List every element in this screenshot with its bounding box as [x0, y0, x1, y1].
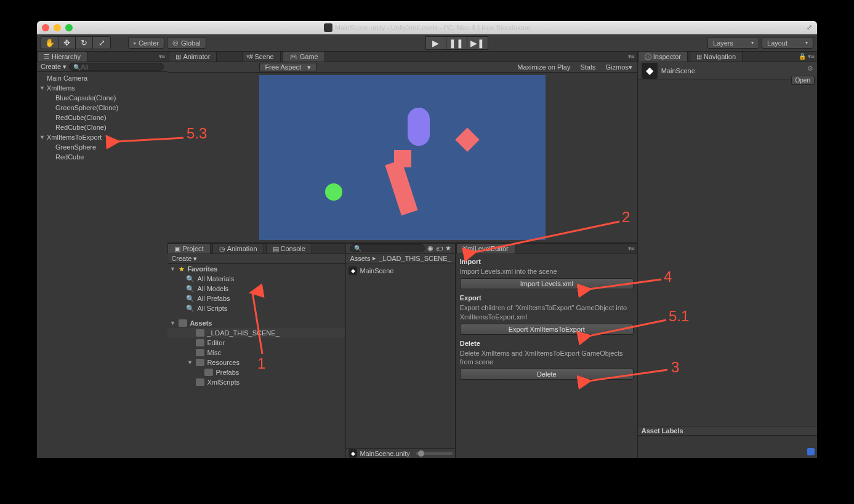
- game-view-toolbar: Free Aspect▾ Maximize on Play Stats Gizm…: [167, 62, 637, 73]
- folder-icon: [196, 359, 204, 366]
- unity-icon: ◆: [348, 449, 357, 458]
- asset-item-mainscene[interactable]: ◆MainScene: [348, 266, 452, 276]
- rotate-tool-icon[interactable]: ↻: [76, 37, 93, 49]
- filter-icon[interactable]: 🏷: [436, 245, 443, 252]
- favorites-row[interactable]: ▼★Favorites: [167, 264, 345, 274]
- folder-item[interactable]: Prefabs: [167, 367, 345, 377]
- search-icon: 🔍: [186, 275, 195, 283]
- folder-item[interactable]: ▼Resources: [167, 358, 345, 367]
- svg-rect-3: [385, 160, 417, 215]
- hand-tool-icon[interactable]: ✋: [41, 37, 58, 49]
- pause-button[interactable]: ❚❚: [446, 36, 467, 50]
- label-tag-icon[interactable]: [807, 448, 815, 455]
- icon-size-slider[interactable]: [416, 452, 453, 455]
- hierarchy-item-xmlitemstoexport[interactable]: ▼XmlItemsToExport: [37, 132, 167, 142]
- folder-item[interactable]: Editor: [167, 338, 345, 348]
- delete-button[interactable]: Delete: [460, 369, 634, 380]
- center-icon: ▪: [134, 39, 136, 47]
- folder-icon: [196, 329, 204, 337]
- step-button[interactable]: ▶❚: [467, 36, 488, 50]
- blue-capsule-shape: [408, 108, 430, 146]
- project-search-bar: 🔍 ◉ 🏷 ★: [346, 244, 454, 254]
- pivot-rotation-button[interactable]: ◎Global: [167, 37, 206, 49]
- hierarchy-item[interactable]: RedCube(Clone): [37, 122, 167, 132]
- open-asset-button[interactable]: Open: [791, 76, 815, 85]
- assets-row[interactable]: ▼Assets: [167, 318, 345, 328]
- asset-labels-area: [638, 436, 817, 458]
- red-diamond-shape: [454, 126, 481, 153]
- layout-dropdown[interactable]: Layout▾: [762, 37, 813, 49]
- window-titlebar: MainScene.unity - UnityXmlLevels - PC, M…: [37, 21, 817, 34]
- favorite-item[interactable]: 🔍All Prefabs: [167, 294, 345, 303]
- project-folder-tree: ▼★Favorites 🔍All Materials 🔍All Models 🔍…: [167, 264, 345, 458]
- project-search[interactable]: 🔍: [350, 244, 424, 252]
- create-dropdown[interactable]: Create ▾: [41, 63, 66, 71]
- folder-item[interactable]: XmlScripts: [167, 377, 345, 387]
- folder-item-loadscene[interactable]: _LOAD_THIS_SCENE_: [167, 328, 345, 338]
- panel-menu-icon[interactable]: ▾≡: [159, 53, 166, 60]
- filter-icon[interactable]: ★: [445, 244, 451, 252]
- search-icon: 🔍: [186, 305, 195, 313]
- export-xmlitems-button[interactable]: Export XmlItemsToExport: [460, 324, 634, 335]
- hierarchy-item[interactable]: ▼XmlItems: [37, 83, 167, 93]
- svg-rect-0: [408, 108, 430, 146]
- selected-asset-path: MainScene.unity: [360, 450, 409, 457]
- aspect-dropdown[interactable]: Free Aspect▾: [259, 63, 316, 71]
- tab-animator[interactable]: ⊞Animator: [169, 51, 217, 62]
- unity-icon: ◆: [348, 266, 357, 275]
- hierarchy-search[interactable]: 🔍All: [69, 63, 164, 71]
- panel-menu-icon[interactable]: ▾≡: [246, 53, 253, 60]
- animation-icon: ◷: [219, 245, 225, 253]
- hierarchy-item[interactable]: RedCube(Clone): [37, 113, 167, 122]
- project-breadcrumb: Assets ▸ _LOAD_THIS_SCENE_: [346, 254, 454, 263]
- folder-icon: [196, 339, 204, 346]
- pivot-mode-button[interactable]: ▪Center: [128, 37, 164, 49]
- folder-item[interactable]: Misc: [167, 348, 345, 358]
- delete-description: Delete XmlItems and XmlItemsToExport Gam…: [460, 349, 634, 367]
- tab-project[interactable]: ▣Project: [167, 243, 210, 254]
- favorite-item[interactable]: 🔍All Models: [167, 284, 345, 294]
- import-levels-button[interactable]: Import Levels.xml: [460, 278, 634, 289]
- tab-game[interactable]: 🎮Game: [283, 51, 325, 62]
- scale-tool-icon[interactable]: ⤢: [93, 37, 110, 49]
- foldout-icon[interactable]: ▼: [39, 134, 47, 140]
- filter-icon[interactable]: ◉: [427, 244, 433, 252]
- console-icon: ▤: [273, 245, 279, 253]
- move-tool-icon[interactable]: ✥: [58, 37, 76, 49]
- hierarchy-item[interactable]: GreenSphere: [37, 142, 167, 152]
- tab-animation[interactable]: ◷Animation: [212, 243, 264, 254]
- tab-navigation[interactable]: ⊞Navigation: [690, 51, 743, 62]
- folder-icon: [204, 369, 213, 376]
- panel-menu-icon[interactable]: 🔒 ▾≡: [799, 53, 815, 60]
- play-button[interactable]: ▶: [425, 36, 446, 50]
- favorite-item[interactable]: 🔍All Scripts: [167, 303, 345, 313]
- breadcrumb-item[interactable]: Assets: [350, 255, 370, 262]
- hierarchy-item[interactable]: Main Camera: [37, 73, 167, 83]
- hierarchy-icon: ☰: [44, 53, 50, 61]
- folder-icon: [179, 319, 187, 327]
- breadcrumb-item[interactable]: _LOAD_THIS_SCENE_: [379, 255, 451, 262]
- game-view: [167, 73, 637, 242]
- stats-toggle[interactable]: Stats: [575, 62, 600, 72]
- create-dropdown[interactable]: Create ▾: [171, 255, 197, 263]
- hierarchy-item[interactable]: BlueCapsule(Clone): [37, 93, 167, 103]
- tab-console[interactable]: ▤Console: [266, 243, 312, 254]
- panel-menu-icon[interactable]: ▾≡: [628, 245, 635, 252]
- layers-dropdown[interactable]: Layers▾: [707, 37, 759, 49]
- svg-point-4: [325, 183, 342, 201]
- tab-hierarchy[interactable]: ☰Hierarchy: [37, 51, 87, 62]
- gizmos-dropdown[interactable]: Gizmos ▾: [601, 62, 637, 72]
- navigation-icon: ⊞: [696, 53, 702, 61]
- favorite-item[interactable]: 🔍All Materials: [167, 274, 345, 284]
- panel-menu-icon[interactable]: ▾≡: [628, 53, 635, 60]
- hierarchy-item[interactable]: RedCube: [37, 152, 167, 162]
- gear-icon[interactable]: ⚙: [807, 65, 813, 73]
- tab-inspector[interactable]: ⓘInspector: [638, 51, 688, 62]
- inspector-header: ◆ MainScene ⚙ Open: [638, 62, 817, 79]
- hierarchy-item[interactable]: GreenSphere(Clone): [37, 103, 167, 113]
- transform-tools: ✋ ✥ ↻ ⤢: [41, 36, 111, 49]
- foldout-icon[interactable]: ▼: [39, 85, 47, 91]
- tab-xml-level-editor[interactable]: XmlLevelEditor: [456, 243, 515, 254]
- import-description: Import Levels.xml into the scene: [460, 267, 634, 276]
- maximize-on-play-toggle[interactable]: Maximize on Play: [512, 62, 575, 72]
